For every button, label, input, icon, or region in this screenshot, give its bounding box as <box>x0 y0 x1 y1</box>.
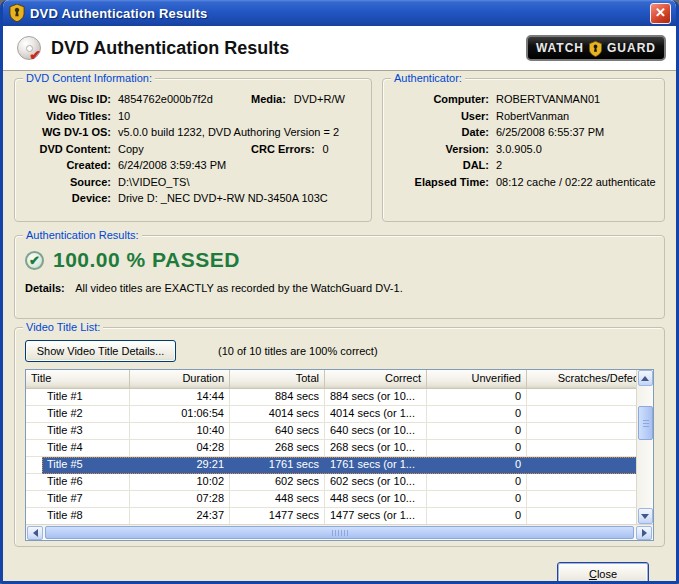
field-row-version: Version: 3.0.905.0 <box>389 141 658 158</box>
column-header-correct[interactable]: Correct <box>325 370 427 388</box>
video-title-table: Title Duration Total Correct Unverified … <box>25 369 654 541</box>
vertical-scrollbar-thumb[interactable] <box>638 406 653 440</box>
arrow-down-icon <box>641 514 649 519</box>
field-value: ROBERTVANMAN01 <box>496 91 600 108</box>
status-passed-text: 100.00 % PASSED <box>53 248 240 272</box>
scroll-down-button[interactable] <box>638 508 653 524</box>
table-row-title-2[interactable]: Title #2 01:06:54 4014 secs 4014 secs (o… <box>26 406 653 423</box>
group-legend: Video Title List: <box>23 320 103 334</box>
cell-total: 884 secs <box>230 389 325 406</box>
group-video-title-list: Video Title List: Show Video Title Detai… <box>14 327 665 547</box>
field-row-source: Source: D:\VIDEO_TS\ <box>21 174 365 191</box>
close-window-button[interactable]: ✕ <box>650 3 671 24</box>
field-value: RobertVanman <box>496 108 569 125</box>
header: ✔ DVD Authentication Results WATCH GUARD <box>3 26 676 71</box>
field-row-wg-dv1-os: WG DV-1 OS: v5.0.0 build 1232, DVD Autho… <box>21 124 365 141</box>
column-header-unverified[interactable]: Unverified <box>427 370 527 388</box>
cell-duration: 07:28 <box>130 491 230 508</box>
field-value: v5.0.0 build 1232, DVD Authoring Version… <box>118 124 339 141</box>
group-dvd-content-information: DVD Content Information: WG Disc ID: 485… <box>14 78 372 222</box>
cell-duration: 29:21 <box>130 457 230 474</box>
row-indicator <box>26 474 42 491</box>
titlebar: DVD Authentication Results ✕ <box>3 0 676 26</box>
details-line: Details: All video titles are EXACTLY as… <box>25 282 654 294</box>
row-indicator <box>26 389 42 406</box>
details-text: All video titles are EXACTLY as recorded… <box>75 282 403 294</box>
table-row-title-3[interactable]: Title #3 10:40 640 secs 640 secs (or 10.… <box>26 423 653 440</box>
cell-unverified: 0 <box>427 491 527 508</box>
cell-total: 602 secs <box>230 474 325 491</box>
table-row-title-6[interactable]: Title #6 10:02 602 secs 602 secs (or 10.… <box>26 474 653 491</box>
table-row-title-4[interactable]: Title #4 04:28 268 secs 268 secs (or 10.… <box>26 440 653 457</box>
disc-check-icon: ✔ <box>29 47 41 63</box>
cell-scratches: 0 <box>527 423 653 440</box>
dialog-content: DVD Content Information: WG Disc ID: 485… <box>3 71 676 584</box>
cell-correct: 448 secs (or 10... <box>325 491 427 508</box>
group-authenticator: Authenticator: Computer: ROBERTVANMAN01 … <box>382 78 665 222</box>
scroll-right-button[interactable] <box>636 526 652 540</box>
field-value: 2 <box>496 157 502 174</box>
cell-correct: 602 secs (or 10... <box>325 474 427 491</box>
cell-title: Title #4 <box>42 440 130 457</box>
arrow-up-icon <box>641 376 649 381</box>
table-row-title-5-selected[interactable]: Title #5 29:21 1761 secs 1761 secs (or 1… <box>26 457 653 474</box>
field-row-wg-disc-id: WG Disc ID: 4854762e000b7f2d Media: DVD+… <box>21 91 365 108</box>
row-indicator <box>26 406 42 423</box>
cell-scratches: 0 <box>527 474 653 491</box>
vertical-scrollbar[interactable] <box>636 370 653 524</box>
column-header-duration[interactable]: Duration <box>130 370 230 388</box>
column-header-total[interactable]: Total <box>230 370 325 388</box>
field-row-dvd-content: DVD Content: Copy CRC Errors: 0 <box>21 141 365 158</box>
horizontal-scrollbar[interactable] <box>26 524 653 540</box>
field-label: Version: <box>389 141 489 158</box>
cell-correct: 268 secs (or 10... <box>325 440 427 457</box>
table-row-title-1[interactable]: Title #1 14:44 884 secs 884 secs (or 10.… <box>26 389 653 406</box>
cell-total: 4014 secs <box>230 406 325 423</box>
horizontal-scrollbar-thumb[interactable] <box>45 526 634 539</box>
field-label: DAL: <box>389 157 489 174</box>
cell-unverified: 0 <box>427 457 527 474</box>
cell-correct: 640 secs (or 10... <box>325 423 427 440</box>
titles-summary-text: (10 of 10 titles are 100% correct) <box>218 345 378 357</box>
cell-unverified: 0 <box>427 423 527 440</box>
field-label: User: <box>389 108 489 125</box>
cell-title: Title #3 <box>42 423 130 440</box>
scroll-left-button[interactable] <box>27 526 43 540</box>
field-value: Drive D: _NEC DVD+-RW ND-3450A 103C <box>118 190 328 207</box>
group-legend: DVD Content Information: <box>23 71 155 85</box>
scroll-up-button[interactable] <box>638 370 653 386</box>
column-header-scratches[interactable]: Scratches/Defects <box>527 370 653 388</box>
cell-correct: 4014 secs (or 1... <box>325 406 427 423</box>
cell-title: Title #2 <box>42 406 130 423</box>
table-row-title-7[interactable]: Title #7 07:28 448 secs 448 secs (or 10.… <box>26 491 653 508</box>
field-row-dal: DAL: 2 <box>389 157 658 174</box>
row-indicator <box>26 423 42 440</box>
table-row-title-8[interactable]: Title #8 24:37 1477 secs 1477 secs (or 1… <box>26 508 653 525</box>
cell-unverified: 0 <box>427 406 527 423</box>
passed-check-icon: ✔ <box>25 251 44 270</box>
cell-total: 448 secs <box>230 491 325 508</box>
field-value: D:\VIDEO_TS\ <box>118 174 190 191</box>
cell-duration: 04:28 <box>130 440 230 457</box>
cell-unverified: 0 <box>427 474 527 491</box>
field-value: 0 <box>323 141 329 158</box>
column-header-title[interactable]: Title <box>26 370 130 388</box>
cell-total: 1477 secs <box>230 508 325 525</box>
row-indicator <box>26 491 42 508</box>
field-label: Video Titles: <box>21 108 111 125</box>
watchguard-logo: WATCH GUARD <box>526 35 666 61</box>
cell-duration: 10:02 <box>130 474 230 491</box>
cell-unverified: 0 <box>427 508 527 525</box>
close-icon: ✕ <box>655 5 666 20</box>
arrow-left-icon <box>33 529 38 537</box>
field-value: DVD+R/W <box>294 91 345 108</box>
show-video-title-details-button[interactable]: Show Video Title Details... <box>25 340 176 362</box>
cell-correct: 884 secs (or 10... <box>325 389 427 406</box>
field-value: 10 <box>118 108 130 125</box>
window-title: DVD Authentication Results <box>30 6 650 21</box>
group-legend: Authenticator: <box>391 71 465 85</box>
field-value: 6/25/2008 6:55:37 PM <box>496 124 604 141</box>
cell-scratches: 0 <box>527 389 653 406</box>
cell-title: Title #8 <box>42 508 130 525</box>
close-button[interactable]: Close <box>557 562 649 584</box>
